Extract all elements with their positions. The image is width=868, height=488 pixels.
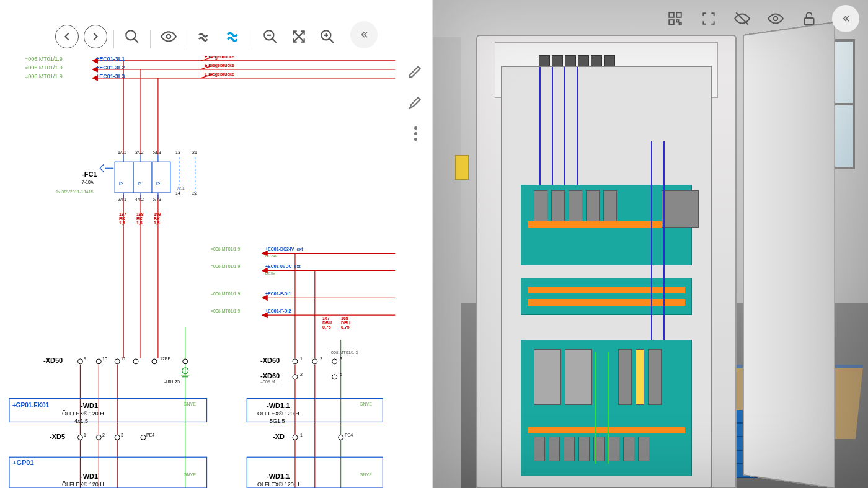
wd1-title: -WD1: [81, 402, 98, 409]
nav-next-button[interactable]: [84, 25, 107, 48]
zoom-in-button[interactable]: [316, 25, 339, 48]
svg-point-74: [339, 435, 343, 440]
marker-pen-tool[interactable]: [406, 62, 425, 81]
svg-rect-80: [676, 12, 681, 17]
wave-mode-a-button[interactable]: [193, 25, 217, 48]
busbar-orange-2: [528, 287, 685, 293]
svg-point-85: [774, 17, 778, 21]
bridge-label-3: Einlegebrücke: [205, 72, 234, 76]
fit-screen-button[interactable]: [287, 25, 311, 48]
gnye-3: GNYE: [184, 472, 196, 477]
collapse-left-button[interactable]: [350, 21, 378, 48]
hide-layer-icon[interactable]: [732, 8, 753, 29]
fc1-pin-1: 1/L1: [118, 150, 126, 154]
wire-167: 167 DBU 0,75: [322, 316, 332, 329]
xd50-p2: 10: [102, 357, 107, 361]
xd50-name: -XD50: [43, 357, 63, 364]
rack-bottom: [521, 340, 692, 476]
svg-point-66: [332, 359, 337, 364]
fc1-pin-2: 3/L2: [135, 150, 144, 154]
wire-199: 199 BK 1,5: [154, 212, 161, 225]
wire-197: 197 BK 1,5: [119, 212, 126, 225]
ref008-1: =008.MT01/1.3: [329, 350, 358, 355]
schematic-canvas[interactable]: =006.MT01/1.9 +EC01-3L1 =006.MT01/1.9 +E…: [0, 56, 432, 488]
wd11-type: ÖLFLEX® 120 H: [257, 410, 299, 417]
wave-mode-b-button[interactable]: [222, 25, 246, 48]
svg-rect-86: [804, 18, 813, 25]
wire-198: 198 BK 1,5: [136, 212, 144, 225]
svg-marker-33: [262, 295, 267, 300]
cabinet-interior: [501, 66, 712, 488]
svg-point-61: [133, 359, 138, 364]
svg-point-68: [332, 375, 337, 379]
lock-icon[interactable]: [799, 8, 820, 29]
focus-frame-icon[interactable]: [698, 8, 719, 29]
search-button[interactable]: [120, 25, 144, 48]
svg-rect-42: [115, 162, 170, 193]
xd-name: -XD: [273, 433, 285, 440]
svg-point-65: [312, 359, 317, 364]
qr-icon[interactable]: [665, 8, 686, 29]
fc1-pin-3: 5/L3: [153, 150, 161, 154]
svg-rect-83: [680, 23, 681, 25]
xd50-p4: 12PE: [160, 357, 170, 361]
device-row-1: [534, 190, 699, 228]
threed-toolbar: [665, 5, 859, 32]
svg-point-58: [78, 359, 82, 364]
crossref-dc24: =006.MT01/1.9: [211, 247, 240, 251]
wd11-core: 5G1,5: [270, 418, 285, 424]
xd50-p3: 11: [121, 357, 126, 361]
wire-168: 168 DBU 0,75: [341, 316, 350, 329]
svg-point-60: [115, 359, 120, 364]
more-tools-button[interactable]: [406, 124, 425, 143]
show-layer-icon[interactable]: [765, 8, 786, 29]
svg-rect-77: [9, 457, 207, 488]
control-cabinet[interactable]: [476, 35, 737, 488]
svg-point-63: [183, 359, 188, 364]
fc1-i2: I>: [138, 181, 141, 185]
collapse-right-button[interactable]: [832, 5, 859, 32]
svg-line-9: [329, 38, 334, 43]
gp01-tag: +GP01: [12, 459, 34, 466]
fc1-i1: I>: [119, 181, 123, 185]
fc1-pin-t1: 2/T1: [118, 197, 126, 202]
wire-blue: [539, 67, 541, 185]
zoom-out-button[interactable]: [259, 25, 282, 48]
xd60b-p2: 5: [340, 372, 342, 376]
svg-line-1: [134, 38, 138, 43]
crossref-fdi1: =006.MT01/1.9: [211, 291, 240, 296]
annotation-tools: [403, 62, 428, 143]
svg-point-71: [115, 435, 120, 440]
net-fdi2: +EC01-F-DI2: [265, 309, 291, 313]
crossref-fdi2: =006.MT01/1.9: [211, 309, 240, 313]
nav-prev-button[interactable]: [55, 25, 79, 48]
net-ec01-3l2: +EC01-3L2: [96, 64, 125, 71]
svg-point-0: [126, 30, 135, 40]
schematic-toolbar: [0, 0, 432, 56]
visibility-button[interactable]: [157, 25, 180, 48]
xd60b-name: -XD60: [260, 372, 280, 379]
schematic-pane: =006.MT01/1.9 +EC01-3L1 =006.MT01/1.9 +E…: [0, 0, 433, 488]
threed-viewport[interactable]: [433, 0, 868, 488]
wd11b-title: -WD1.1: [267, 472, 290, 480]
device-row-3: [534, 437, 649, 461]
svg-marker-34: [262, 313, 267, 317]
highlighter-tool[interactable]: [406, 93, 425, 112]
crossref-0v: =006.MT01/1.9: [211, 264, 240, 268]
u01-tag: -U01:25: [164, 379, 180, 384]
xd5-p4: PE4: [146, 433, 154, 437]
svg-point-69: [78, 435, 82, 440]
xd60-p2: 2: [320, 357, 322, 361]
ref008-2: =008.M...: [260, 379, 278, 384]
xd60-p3: 3: [340, 357, 342, 361]
wd1b-title: -WD1: [81, 472, 98, 480]
wd1b-type: ÖLFLEX® 120 H: [62, 481, 104, 487]
xd60b-p1: 2: [300, 372, 303, 376]
svg-point-73: [293, 435, 298, 440]
fc1-range: 7-10A: [82, 180, 94, 184]
xd60-name: -XD60: [260, 357, 280, 364]
rack-middle: [521, 278, 692, 315]
device-row-2: [534, 349, 662, 405]
net-0vdc: +EC01-0VDC_ext: [265, 264, 301, 268]
pillar: [433, 37, 461, 488]
